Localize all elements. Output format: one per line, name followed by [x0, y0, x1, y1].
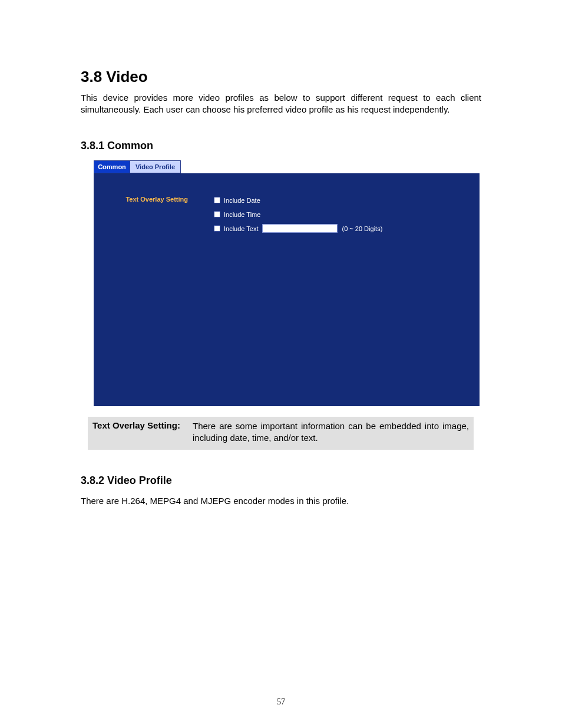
include-text-input[interactable]: [262, 224, 338, 233]
common-settings-screenshot: Common Video Profile Text Overlay Settin…: [94, 160, 480, 406]
page-number: 57: [0, 697, 562, 707]
include-date-checkbox[interactable]: [214, 197, 220, 203]
include-time-label: Include Time: [224, 211, 260, 218]
section-title: 3.8 Video: [81, 68, 481, 86]
include-time-row: Include Time: [214, 210, 382, 219]
document-page: 3.8 Video This device provides more vide…: [0, 0, 562, 728]
digits-hint: (0 ~ 20 Digits): [342, 225, 383, 232]
text-overlay-row: Text Overlay Setting Include Date Includ…: [94, 196, 480, 233]
subsection-video-profile-title: 3.8.2 Video Profile: [81, 475, 481, 487]
explanation-label: Text Overlay Setting:: [92, 420, 193, 444]
include-time-checkbox[interactable]: [214, 211, 220, 218]
tab-strip: Common Video Profile: [94, 160, 480, 173]
tab-common[interactable]: Common: [94, 160, 130, 173]
explanation-text: There are some important information can…: [193, 420, 469, 444]
settings-panel: Text Overlay Setting Include Date Includ…: [94, 173, 480, 406]
subsection-common-title: 3.8.1 Common: [81, 140, 481, 152]
text-overlay-setting-label: Text Overlay Setting: [94, 196, 214, 203]
video-profile-body: There are H.264, MEPG4 and MJEPG encoder…: [81, 495, 481, 507]
include-text-checkbox[interactable]: [214, 225, 220, 232]
section-intro: This device provides more video profiles…: [81, 92, 481, 116]
include-text-label: Include Text: [224, 225, 259, 232]
tab-video-profile[interactable]: Video Profile: [130, 160, 181, 173]
explanation-box: Text Overlay Setting: There are some imp…: [88, 417, 474, 450]
overlay-controls: Include Date Include Time Include Text (…: [214, 196, 382, 233]
include-text-row: Include Text (0 ~ 20 Digits): [214, 224, 382, 233]
include-date-label: Include Date: [224, 197, 260, 204]
include-date-row: Include Date: [214, 196, 382, 205]
